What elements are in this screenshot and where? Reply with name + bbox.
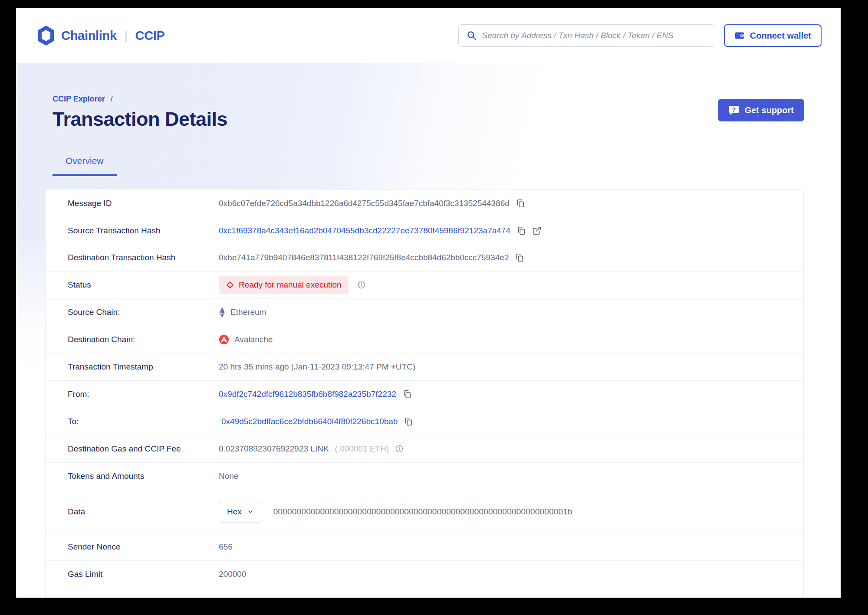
copy-icon xyxy=(515,253,524,262)
ethereum-icon xyxy=(219,307,225,317)
row-status: Status Ready for manual execution xyxy=(46,272,803,299)
chainlink-hexagon-icon xyxy=(37,26,55,46)
data-format-selected: Hex xyxy=(227,507,242,517)
tokens-value: None xyxy=(219,471,238,481)
ccip-explorer-page: Chainlink | CCIP Connect wallet xyxy=(16,8,841,598)
copy-icon xyxy=(516,226,526,236)
brand-divider: | xyxy=(125,29,128,43)
row-tokens: Tokens and Amounts None xyxy=(46,463,803,490)
row-label: Status xyxy=(68,280,219,290)
from-address-link[interactable]: 0x9df2c742dfcf9612b835fb6b8f982a235b7f22… xyxy=(219,389,396,399)
row-label: Tokens and Amounts xyxy=(68,471,219,481)
search-input[interactable] xyxy=(482,31,707,40)
copy-source-tx-button[interactable] xyxy=(516,226,526,236)
row-label: Destination Chain: xyxy=(68,335,219,344)
source-chain-name: Ethereum xyxy=(230,308,266,317)
get-support-label: Get support xyxy=(745,105,794,115)
breadcrumb-ccip-explorer-link[interactable]: CCIP Explorer xyxy=(53,95,105,103)
support-chat-icon: ? xyxy=(728,105,740,116)
get-support-button[interactable]: ? Get support xyxy=(718,99,804,121)
row-label: Destination Transaction Hash xyxy=(68,253,219,262)
open-source-tx-external-button[interactable] xyxy=(532,226,542,236)
row-to: To: 0x49d5c2bdffac6ce2bfdb6640f4f80f226b… xyxy=(46,408,803,435)
row-from: From: 0x9df2c742dfcf9612b835fb6b8f982a23… xyxy=(46,381,803,408)
row-timestamp: Transaction Timestamp 20 hrs 35 mins ago… xyxy=(46,353,803,381)
breadcrumb-separator: / xyxy=(111,95,113,103)
tab-overview[interactable]: Overview xyxy=(53,156,117,176)
row-label: Sender Nonce xyxy=(68,542,219,552)
connect-wallet-button[interactable]: Connect wallet xyxy=(724,24,822,47)
row-label: Message ID xyxy=(68,199,219,208)
row-dest-chain: Destination Chain: Avalanche xyxy=(46,326,803,353)
external-link-icon xyxy=(532,226,542,236)
copy-message-id-button[interactable] xyxy=(516,199,525,208)
row-dest-tx-hash: Destination Transaction Hash 0xbe741a779… xyxy=(46,244,803,272)
info-icon xyxy=(357,281,366,289)
copy-to-address-button[interactable] xyxy=(404,417,413,426)
wallet-icon xyxy=(734,30,745,41)
row-source-tx-hash: Source Transaction Hash 0xc1f69378a4c343… xyxy=(46,217,803,244)
connect-wallet-label: Connect wallet xyxy=(750,31,811,41)
row-label: Destination Gas and CCIP Fee xyxy=(68,444,219,454)
row-label: Data xyxy=(68,507,219,517)
data-format-dropdown[interactable]: Hex xyxy=(219,501,262,523)
row-label: From: xyxy=(68,389,219,399)
fee-info-button[interactable] xyxy=(395,445,404,453)
sender-nonce-value: 656 xyxy=(219,542,233,552)
fee-value: 0.023708923076922923 LINK xyxy=(219,444,329,454)
gas-limit-value: 200000 xyxy=(219,569,246,579)
alert-diamond-icon xyxy=(226,281,234,289)
row-label: Gas Limit xyxy=(68,569,219,579)
copy-icon xyxy=(516,199,525,208)
copy-dest-tx-button[interactable] xyxy=(515,253,524,262)
data-hex-value: 0000000000000000000000000000000000000000… xyxy=(273,507,572,517)
timestamp-value: 20 hrs 35 mins ago (Jan-11-2023 09:13:47… xyxy=(219,362,415,372)
status-text: Ready for manual execution xyxy=(239,280,342,290)
row-label: Transaction Timestamp xyxy=(68,362,219,372)
search-icon xyxy=(467,30,477,41)
row-fee: Destination Gas and CCIP Fee 0.023708923… xyxy=(46,435,803,463)
to-address-link[interactable]: 0x49d5c2bdffac6ce2bfdb6640f4f80f226bc10b… xyxy=(221,417,398,426)
dest-chain-name: Avalanche xyxy=(234,335,273,344)
chevron-down-icon xyxy=(247,508,254,515)
info-icon xyxy=(395,445,404,453)
copy-from-address-button[interactable] xyxy=(402,389,412,399)
row-message-id: Message ID 0xb6c07efde726cd5a34dbb1226a6… xyxy=(46,190,803,217)
search-bar[interactable] xyxy=(458,24,715,47)
status-info-button[interactable] xyxy=(357,281,366,289)
main-area: CCIP Explorer / Transaction Details ? Ge… xyxy=(16,63,841,598)
row-label: To: xyxy=(68,417,219,426)
product-wordmark: CCIP xyxy=(135,29,165,43)
row-data: Data Hex 0000000000000000000000000000000… xyxy=(46,490,803,533)
top-navbar: Chainlink | CCIP Connect wallet xyxy=(16,8,841,63)
tab-bar: Overview xyxy=(53,156,805,176)
chainlink-ccip-logo[interactable]: Chainlink | CCIP xyxy=(37,26,165,46)
svg-text:?: ? xyxy=(732,106,736,113)
row-source-chain: Source Chain: Ethereum xyxy=(46,299,803,326)
row-label: Source Chain: xyxy=(68,308,219,317)
dest-tx-hash-value: 0xbe741a779b9407846e837811f438122f769f25… xyxy=(219,253,509,262)
source-tx-hash-link[interactable]: 0xc1f69378a4c343ef16ad2b0470455db3cd2222… xyxy=(219,226,510,236)
row-sender-nonce: Sender Nonce 656 xyxy=(46,533,803,561)
transaction-details-card: Message ID 0xb6c07efde726cd5a34dbb1226a6… xyxy=(45,189,804,598)
copy-icon xyxy=(402,389,412,399)
row-label: Source Transaction Hash xyxy=(68,226,219,236)
fee-secondary-value: (.000001 ETH) xyxy=(335,444,389,454)
brand-wordmark: Chainlink xyxy=(61,29,117,43)
row-gas-limit: Gas Limit 200000 xyxy=(46,561,803,588)
copy-icon xyxy=(404,417,413,426)
message-id-value: 0xb6c07efde726cd5a34dbb1226a6d4275c55d34… xyxy=(219,199,510,208)
status-badge: Ready for manual execution xyxy=(219,276,349,294)
avalanche-icon xyxy=(219,334,229,345)
breadcrumb: CCIP Explorer / xyxy=(16,63,841,104)
header-actions: Connect wallet xyxy=(458,24,822,47)
